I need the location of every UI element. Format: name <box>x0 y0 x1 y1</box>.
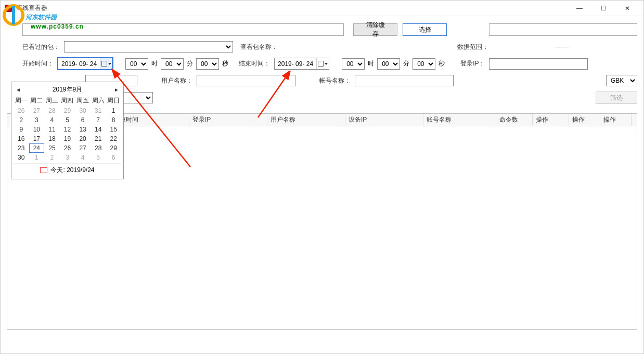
encoding-combo[interactable]: GBK <box>606 75 637 86</box>
calendar-day[interactable]: 5 <box>60 115 75 125</box>
sec-unit: 秒 <box>439 59 445 68</box>
column-header[interactable]: 操作 <box>600 114 632 126</box>
calendar-day[interactable]: 2 <box>14 115 29 125</box>
calendar-day[interactable]: 18 <box>44 134 60 143</box>
user-name-label: 用户名称： <box>161 76 192 85</box>
calendar-day[interactable]: 15 <box>106 125 121 134</box>
start-min-combo[interactable]: 00 <box>161 58 184 70</box>
calendar-day[interactable]: 20 <box>75 134 91 143</box>
calendar-day[interactable]: 29 <box>60 106 75 115</box>
calendar-day[interactable]: 1 <box>29 153 45 162</box>
end-min-combo[interactable]: 00 <box>377 58 400 70</box>
column-header[interactable]: 束时间 <box>117 114 189 126</box>
calendar-day[interactable]: 14 <box>91 125 106 134</box>
weekday-header: 周一 <box>14 95 29 106</box>
column-header[interactable]: 命令数 <box>496 114 533 126</box>
today-label[interactable]: 今天: 2019/9/24 <box>50 166 94 175</box>
weekday-header: 周四 <box>60 95 75 106</box>
calendar-day[interactable]: 26 <box>14 106 29 115</box>
calendar-day[interactable]: 28 <box>91 143 106 153</box>
weekday-header: 周六 <box>91 95 106 106</box>
calendar-day[interactable]: 17 <box>29 134 45 143</box>
calendar-day[interactable]: 23 <box>14 143 29 153</box>
calendar-day[interactable]: 25 <box>44 143 60 153</box>
column-header[interactable]: 账号名称 <box>423 114 496 126</box>
prev-month-button[interactable]: ◄ <box>16 87 21 93</box>
clear-cache-button[interactable]: 清除缓存 <box>353 23 397 36</box>
sec-unit: 秒 <box>222 59 228 68</box>
start-date-picker[interactable]: 2019- 09- 24 <box>58 58 113 70</box>
minimize-button[interactable]: — <box>568 1 591 16</box>
min-unit: 分 <box>403 59 409 68</box>
calendar-day[interactable]: 30 <box>75 106 91 115</box>
titlebar: 离线查看器 — ☐ ✕ <box>1 1 643 16</box>
viewed-pkg-label: 已看过的包： <box>22 43 60 51</box>
start-sec-combo[interactable]: 00 <box>196 58 219 70</box>
calendar-day[interactable]: 6 <box>75 115 91 125</box>
calendar-day[interactable]: 8 <box>106 115 121 125</box>
calendar-day[interactable]: 3 <box>60 153 75 162</box>
calendar-day[interactable]: 10 <box>29 125 45 134</box>
calendar-day[interactable]: 21 <box>91 134 106 143</box>
today-marker-icon <box>40 167 47 173</box>
weekday-header: 周三 <box>44 95 60 106</box>
calendar-icon[interactable] <box>100 58 112 69</box>
calendar-day[interactable]: 11 <box>44 125 60 134</box>
viewed-pkg-combo[interactable] <box>64 41 233 53</box>
path-input[interactable] <box>22 23 344 36</box>
calendar-day[interactable]: 27 <box>75 143 91 153</box>
calendar-day[interactable]: 12 <box>60 125 75 134</box>
calendar-day[interactable]: 31 <box>91 106 106 115</box>
calendar-day[interactable]: 27 <box>29 106 45 115</box>
app-icon <box>5 5 12 12</box>
min-unit: 分 <box>187 59 193 68</box>
hour-unit: 时 <box>151 59 158 68</box>
calendar-day[interactable]: 5 <box>91 153 106 162</box>
calendar-day[interactable]: 7 <box>91 115 106 125</box>
calendar-day[interactable]: 24 <box>29 143 45 153</box>
column-header[interactable]: 登录IP <box>189 114 267 126</box>
calendar-day[interactable]: 29 <box>106 143 121 153</box>
end-sec-combo[interactable]: 00 <box>413 58 435 70</box>
select-button[interactable]: 选择 <box>403 23 447 36</box>
calendar-day[interactable]: 1 <box>106 106 121 115</box>
next-month-button[interactable]: ► <box>114 87 119 93</box>
calendar-day[interactable]: 26 <box>60 143 75 153</box>
user-name-input[interactable] <box>197 75 295 86</box>
start-hour-combo[interactable]: 00 <box>125 58 148 70</box>
start-date-value: 2019- 09- 24 <box>58 60 100 68</box>
calendar-day[interactable]: 4 <box>44 115 60 125</box>
calendar-day[interactable]: 9 <box>14 125 29 134</box>
column-header[interactable]: 操作 <box>533 114 569 126</box>
column-header[interactable]: 设备IP <box>345 114 423 126</box>
calendar-icon[interactable] <box>316 58 329 69</box>
account-input[interactable] <box>355 75 454 86</box>
calendar-day[interactable]: 4 <box>75 153 91 162</box>
close-button[interactable]: ✕ <box>615 1 639 16</box>
status-box <box>489 23 637 36</box>
end-date-picker[interactable]: 2019- 09- 24 <box>274 58 329 70</box>
calendar-day[interactable]: 6 <box>106 153 121 162</box>
calendar-day[interactable]: 2 <box>44 153 60 162</box>
start-time-label: 开始时间： <box>22 59 54 68</box>
window-title: 离线查看器 <box>16 4 47 12</box>
maximize-button[interactable]: ☐ <box>591 1 615 16</box>
calendar-day[interactable]: 19 <box>60 134 75 143</box>
calendar-day[interactable]: 16 <box>14 134 29 143</box>
weekday-header: 周五 <box>75 95 91 106</box>
calendar-popup: ◄ 2019年9月 ► 周一周二周三周四周五周六周日26272829303112… <box>11 82 124 179</box>
calendar-day[interactable]: 22 <box>106 134 121 143</box>
account-label: 帐号名称： <box>319 76 351 85</box>
weekday-header: 周二 <box>29 95 45 106</box>
login-ip-input[interactable] <box>489 58 588 70</box>
calendar-day[interactable]: 13 <box>75 125 91 134</box>
filter-button[interactable]: 筛选 <box>596 91 637 104</box>
calendar-month[interactable]: 2019年9月 <box>53 85 82 94</box>
end-hour-combo[interactable]: 00 <box>342 58 365 70</box>
end-time-label: 结束时间： <box>239 59 270 68</box>
calendar-day[interactable]: 30 <box>14 153 29 162</box>
calendar-day[interactable]: 28 <box>44 106 60 115</box>
column-header[interactable]: 操作 <box>569 114 600 126</box>
column-header[interactable]: 用户名称 <box>267 114 345 126</box>
calendar-day[interactable]: 3 <box>29 115 45 125</box>
